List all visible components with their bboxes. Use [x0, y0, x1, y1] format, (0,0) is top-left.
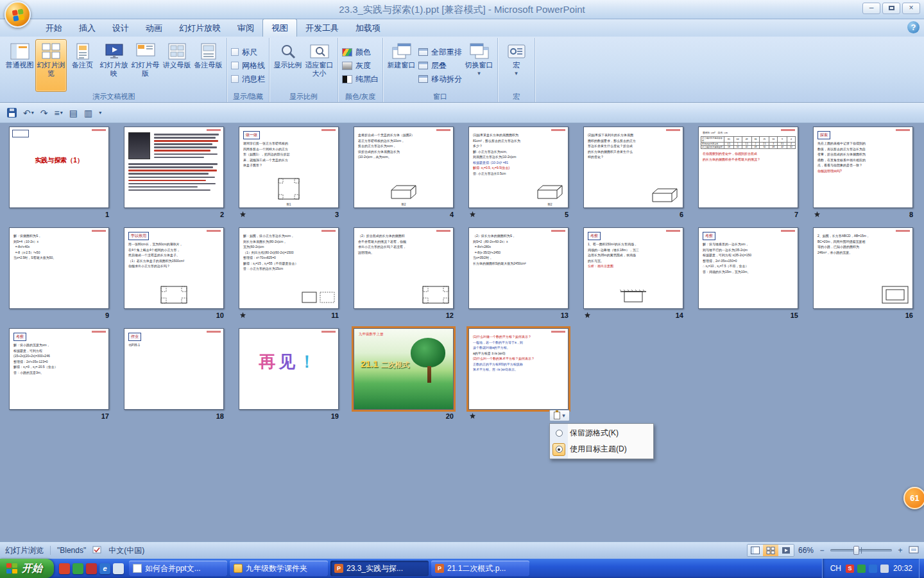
slide-thumbnail[interactable]: 盒将折合成一个无盖的长方体（如图2）若正方形硬纸板的边长为10cm，剪去的正方形…	[354, 127, 454, 208]
view-button[interactable]: 幻灯片放映	[98, 39, 130, 92]
slide-thumbnail[interactable]: 实践与探索（1）	[9, 127, 109, 208]
view-button[interactable]: 幻灯片浏览	[35, 39, 67, 92]
sogou-icon[interactable]	[59, 563, 70, 574]
slide-thumbnail[interactable]: 探索先在上面的表格中记录下你得到的数值，再以剪去的正方形边长为自变量，折合而成的…	[813, 127, 913, 208]
slide-thumbnail[interactable]: 作业书P35.1	[124, 328, 224, 410]
security-tray-icon[interactable]	[857, 565, 866, 573]
zoom-in-button[interactable]: +	[896, 546, 905, 555]
bullet-list-button[interactable]: ≡▾	[52, 107, 64, 119]
slide-thumbnail[interactable]: 解：如图，设小正方形边长为xcm，则长方体底面长为(80-2x)cm，宽为(60…	[239, 227, 339, 309]
slide-thumbnail[interactable]: (1)什么叫做一个数的平方根？如何表示？一般地，若一个数的平方等于a，则这个数就…	[468, 328, 569, 410]
color-mode-button[interactable]: 纯黑白	[342, 74, 379, 85]
zoom-button[interactable]: 显示比例	[272, 39, 304, 92]
help-button[interactable]: ?	[907, 21, 920, 33]
taskbar-task[interactable]: P21.1二次根式.p...	[431, 561, 529, 576]
show-hide-checkbox[interactable]: 消息栏	[231, 74, 265, 85]
slide-thumbnail[interactable]: 解：设侧面积为S，则S=4（10-2x）x =-8x²+40x =-8（x-2.…	[9, 227, 109, 309]
minimize-button[interactable]: –	[862, 3, 880, 14]
zoom-slider-thumb[interactable]	[853, 546, 859, 555]
undo-button[interactable]: ↶▾	[21, 107, 36, 119]
show-desktop-icon[interactable]	[113, 563, 124, 574]
zoom-slider[interactable]	[830, 549, 892, 552]
new-window-button[interactable]: 新建窗口	[386, 39, 417, 92]
layout-table-button[interactable]: ▥	[82, 107, 94, 119]
ribbon-tab[interactable]: 设计	[104, 19, 137, 37]
color-mode-button[interactable]: 灰度	[342, 60, 379, 71]
ribbon-tab[interactable]: 插入	[71, 19, 104, 37]
slide-thumbnail[interactable]: (2)如果按下表列出的长方体底面面积的数据要求，那么剪去的正方形边长会发生什么变…	[583, 127, 683, 208]
overflow-button[interactable]: ▾	[97, 109, 103, 117]
paste-options-button[interactable]: ▾	[549, 410, 570, 421]
slide-thumbnail[interactable]: 学以致用用一张80cm长，宽为60cm的薄铁片，在4个角上截去4个相同的小正方形…	[124, 227, 224, 309]
reader-icon[interactable]	[86, 563, 97, 574]
ribbon-tab[interactable]: 幻灯片放映	[171, 19, 229, 37]
notification-badge[interactable]: 61	[903, 487, 924, 509]
normal-view-button[interactable]	[748, 545, 763, 556]
slide-thumbnail[interactable]: 面积S: cm² 边长: cm折合成的长方体底面面积81644936251694…	[698, 127, 798, 208]
slide-sorter-view-button[interactable]	[763, 545, 778, 556]
view-button[interactable]: 普通视图	[4, 39, 35, 92]
volume-icon[interactable]	[880, 565, 889, 573]
restore-button[interactable]	[882, 3, 900, 14]
window-button[interactable]: 移动拆分	[418, 74, 462, 85]
color-mode-button[interactable]: 颜色	[342, 47, 379, 58]
ribbon-tab[interactable]: 开始	[37, 19, 71, 37]
view-button[interactable]: 讲义母版	[161, 39, 193, 92]
ribbon-tab[interactable]: 审阅	[229, 19, 262, 37]
internet-explorer-icon[interactable]: e	[99, 563, 110, 574]
ribbon-tab[interactable]: 动画	[137, 19, 171, 37]
fit-to-window-button[interactable]	[909, 545, 919, 556]
window-button[interactable]: 全部重排	[418, 47, 462, 58]
transition-icon[interactable]	[814, 211, 820, 217]
show-hide-checkbox[interactable]: 网格线	[231, 60, 265, 71]
redo-button[interactable]: ↷	[38, 107, 50, 119]
spellcheck-icon[interactable]	[92, 545, 102, 556]
taskbar-task[interactable]: P23.3_实践与探...	[330, 561, 429, 576]
slide-thumbnail[interactable]: （2）设长方体的侧面积为S，则S=2（80-2x+60-2x）x =-8x²+2…	[468, 227, 569, 309]
slide-thumbnail[interactable]: 2、如图，长方形ABCD，AB=15m，BC=20m，四周外围环绕着宽度相等的小…	[813, 227, 913, 309]
switch-window-button[interactable]: 切换窗口 ▾	[463, 39, 495, 92]
view-button[interactable]: 备注母版	[193, 39, 224, 92]
slide-thumbnail[interactable]: 九年级数学上册21.1 二次根式	[354, 328, 454, 410]
show-desktop-strip[interactable]	[919, 559, 924, 578]
ribbon-tab[interactable]: 加载项	[347, 19, 389, 37]
ribbon-tab[interactable]: 开发工具	[297, 19, 347, 37]
transition-icon[interactable]	[470, 211, 475, 217]
zoom-value[interactable]: 66%	[798, 546, 814, 555]
view-button[interactable]: 备注页	[67, 39, 98, 92]
slideshow-view-button[interactable]	[778, 545, 794, 556]
window-button[interactable]: 层叠	[418, 60, 462, 71]
view-button[interactable]: 幻灯片母版	[130, 39, 161, 92]
zoom-out-button[interactable]: −	[817, 546, 826, 555]
start-button[interactable]: 开始	[0, 559, 54, 578]
slide-thumbnail[interactable]: 考察解：设小路的宽度为xm，根据题意，可列方程(15+2x)(20+2x)=30…	[9, 328, 109, 410]
transition-icon[interactable]	[470, 413, 475, 419]
office-button[interactable]	[4, 1, 31, 28]
taskbar-task[interactable]: 如何合并ppt文...	[129, 561, 227, 576]
ribbon-tab[interactable]: 视图	[262, 19, 297, 37]
transition-icon[interactable]	[585, 312, 590, 318]
slide-thumbnail[interactable]: 考察解：设与墙垂直的一边长为xm，则与墙平行的一边长为(35-2x)m根据题意，…	[698, 227, 798, 309]
messenger-tray-icon[interactable]	[869, 565, 877, 573]
slide-thumbnail[interactable]: (1)如果某盒长方体的底面面积为81cm²，那么剪去的正方形边长为多少？解: 小…	[468, 127, 569, 208]
layout-grid-button[interactable]: ▤	[67, 107, 80, 119]
save-button[interactable]	[5, 107, 19, 119]
close-button[interactable]: ×	[902, 3, 920, 14]
media-player-icon[interactable]	[73, 563, 83, 574]
show-hide-checkbox[interactable]: 标尺	[231, 47, 265, 58]
taskbar-task[interactable]: 九年级数学课件夹	[230, 561, 328, 576]
slide-thumbnail[interactable]: （2）折合而成的长方体的侧面积会不会有最大的情况？若有，你能求出小正方形的边长吗…	[354, 227, 454, 309]
slide-thumbnail[interactable]: 考察1、有一面积150m²的长方形鸡场，鸡场的一边靠墙（墙长18m），另三边用长…	[583, 227, 683, 309]
slide-thumbnail[interactable]	[124, 127, 224, 208]
transition-icon[interactable]	[240, 312, 246, 318]
slide-thumbnail[interactable]: 再见！	[239, 328, 339, 410]
paste-menu-item[interactable]: 使用目标主题(D)	[551, 441, 653, 457]
status-language-label[interactable]: 中文(中国)	[108, 545, 144, 556]
macro-button[interactable]: 宏 ▾	[501, 39, 532, 92]
sogou-tray-icon[interactable]: S	[846, 565, 854, 573]
transition-icon[interactable]	[240, 211, 246, 217]
slide-thumbnail[interactable]: 做一做请同学们剪一张正方形硬纸板的四周各剪去一个同样大小的正方形（如图1），把四…	[239, 127, 339, 208]
fit-window-button[interactable]: 适应窗口大小	[304, 39, 335, 92]
paste-menu-item[interactable]: 保留源格式(K)	[551, 425, 653, 441]
input-method-indicator[interactable]: CH	[830, 564, 841, 573]
